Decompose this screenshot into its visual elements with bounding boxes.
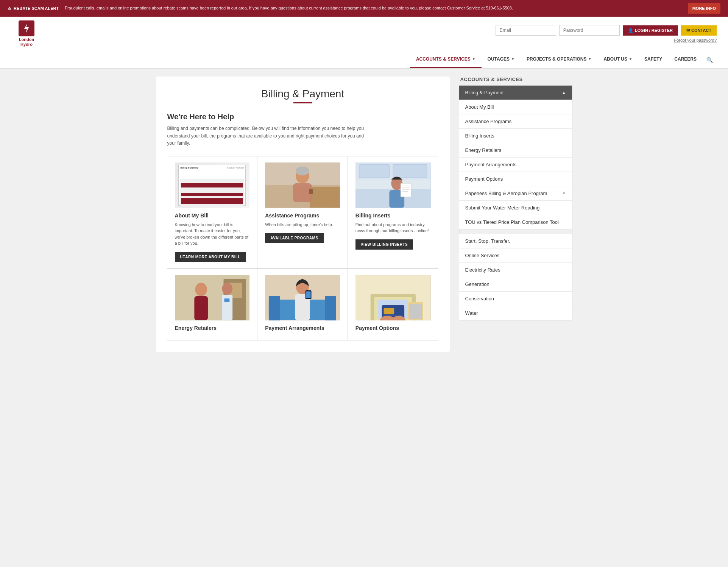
logo[interactable]: London Hydro [11, 20, 42, 47]
sidebar-menu: Billing & Payment ▲ About My Bill Assist… [459, 85, 572, 320]
sidebar-header: ACCOUNTS & SERVICES [459, 77, 572, 82]
sidebar-item-label: About My Bill [465, 104, 494, 110]
sidebar: ACCOUNTS & SERVICES Billing & Payment ▲ … [459, 77, 572, 352]
nav-careers[interactable]: CAREERS [668, 51, 703, 68]
sidebar-item-online-services[interactable]: Online Services [459, 248, 572, 263]
sidebar-item-start-stop-transfer[interactable]: Start. Stop. Transfer. [459, 234, 572, 248]
card-billing-inserts: Billing Inserts Find out about programs … [348, 156, 438, 269]
sidebar-item-label: Billing & Payment [465, 90, 504, 95]
login-area: 👤 LOGIN / REGISTER ✉ CONTACT Forgot your… [49, 25, 717, 42]
svg-rect-48 [409, 304, 422, 319]
learn-more-bill-button[interactable]: LEARN MORE ABOUT MY BILL [175, 252, 246, 262]
chevron-down-icon: ▼ [511, 57, 514, 61]
svg-rect-11 [359, 164, 389, 178]
card-image-payment-arr [265, 275, 340, 320]
sidebar-item-energy-retailers[interactable]: Energy Retailers [459, 143, 572, 158]
nav-projects-operations[interactable]: PROJECTS & OPERATIONS ▼ [521, 51, 597, 68]
more-info-button[interactable]: MORE INFO [688, 3, 720, 14]
svg-rect-29 [224, 298, 229, 302]
view-billing-inserts-button[interactable]: VIEW BILLING INSERTS [355, 239, 413, 250]
chevron-down-icon: ▼ [629, 57, 632, 61]
forgot-password-link[interactable]: Forgot your password? [674, 38, 717, 42]
sidebar-item-label: Energy Retailers [465, 147, 502, 153]
card-image-billing-inserts [355, 162, 431, 208]
card-title-payment-opt: Payment Options [355, 325, 431, 331]
card-title-payment-arr: Payment Arrangements [265, 325, 340, 331]
sidebar-item-label: Water [465, 310, 478, 316]
svg-point-27 [222, 283, 232, 295]
available-programs-button[interactable]: AVAILABLE PROGRAMS [265, 233, 323, 243]
cards-row-1: Billing Summary Account Number [167, 156, 438, 269]
sidebar-item-label: Submit Your Water Meter Reading [465, 205, 540, 211]
card-desc-bill: Knowing how to read your bill is importa… [175, 222, 250, 247]
sidebar-item-label: Online Services [465, 253, 500, 258]
svg-rect-7 [309, 189, 313, 194]
svg-rect-32 [269, 296, 280, 320]
card-image-energy [175, 275, 250, 320]
svg-point-25 [195, 283, 207, 296]
email-input[interactable] [496, 25, 556, 36]
nav-safety[interactable]: SAFETY [638, 51, 668, 68]
chevron-down-icon: ▼ [472, 57, 475, 61]
sidebar-item-label: Electricity Rates [465, 267, 500, 273]
sidebar-divider [459, 230, 572, 234]
chevron-up-icon: ▲ [562, 91, 566, 95]
nav-bar: ACCOUNTS & SERVICES ▼ OUTAGES ▼ PROJECTS… [0, 51, 728, 69]
login-button[interactable]: 👤 LOGIN / REGISTER [623, 25, 678, 36]
sidebar-item-generation[interactable]: Generation [459, 277, 572, 292]
nav-outages[interactable]: OUTAGES ▼ [482, 51, 521, 68]
sidebar-item-water[interactable]: Water [459, 306, 572, 320]
card-image-assistance [265, 162, 340, 208]
search-button[interactable]: 🔍 [703, 52, 717, 68]
svg-point-5 [296, 167, 309, 176]
chevron-down-icon: ▼ [562, 191, 566, 195]
sidebar-item-about-my-bill[interactable]: About My Bill [459, 100, 572, 114]
sidebar-item-label: Start. Stop. Transfer. [465, 238, 510, 244]
sidebar-item-payment-arrangements[interactable]: Payment Arrangements [459, 158, 572, 172]
svg-rect-6 [293, 183, 312, 202]
card-about-my-bill: Billing Summary Account Number [167, 156, 258, 269]
sidebar-item-submit-water-meter[interactable]: Submit Your Water Meter Reading [459, 201, 572, 215]
sidebar-item-label: Payment Arrangements [465, 162, 517, 167]
alert-label-text: REBATE SCAM ALERT [14, 6, 59, 11]
svg-marker-0 [24, 23, 29, 33]
title-underline [293, 102, 312, 103]
svg-rect-3 [310, 187, 340, 208]
alert-banner: ⚠ REBATE SCAM ALERT Fraudulent calls, em… [0, 0, 728, 17]
chevron-down-icon: ▼ [588, 57, 591, 61]
header-top-row: 👤 LOGIN / REGISTER ✉ CONTACT [496, 25, 717, 36]
sidebar-item-electricity-rates[interactable]: Electricity Rates [459, 263, 572, 277]
main-container: Billing & Payment We're Here to Help Bil… [148, 69, 580, 359]
card-assistance-programs: Assistance Programs When bills are pilin… [257, 156, 348, 269]
user-icon: 👤 [628, 28, 633, 33]
sidebar-item-tou-tiered[interactable]: TOU vs Tiered Price Plan Comparison Tool [459, 215, 572, 230]
svg-rect-15 [401, 183, 411, 197]
contact-button[interactable]: ✉ CONTACT [681, 25, 717, 36]
logo-text: London Hydro [19, 37, 34, 47]
svg-rect-33 [325, 296, 336, 320]
sidebar-item-label: Paperless Billing & Aeroplan Program [465, 191, 547, 196]
card-payment-arrangements: Payment Arrangements [257, 269, 348, 341]
envelope-icon: ✉ [686, 28, 690, 33]
sidebar-item-paperless-billing[interactable]: Paperless Billing & Aeroplan Program ▼ [459, 186, 572, 201]
password-input[interactable] [559, 25, 620, 36]
cards-row-2: Energy Retailers [167, 269, 438, 341]
page-title: Billing & Payment [167, 88, 438, 100]
nav-accounts-services[interactable]: ACCOUNTS & SERVICES ▼ [410, 51, 482, 68]
sidebar-item-billing-inserts[interactable]: Billing Inserts [459, 129, 572, 143]
nav-about-us[interactable]: ABOUT US ▼ [597, 51, 638, 68]
sidebar-item-payment-options[interactable]: Payment Options [459, 172, 572, 186]
alert-label: ⚠ REBATE SCAM ALERT [8, 6, 59, 11]
sidebar-item-label: Assistance Programs [465, 119, 512, 124]
card-image-bill: Billing Summary Account Number [175, 162, 250, 208]
sidebar-item-billing-payment[interactable]: Billing & Payment ▲ [459, 86, 572, 100]
sidebar-item-assistance-programs[interactable]: Assistance Programs [459, 114, 572, 129]
card-payment-options: Payment Options [348, 269, 438, 341]
card-title-energy: Energy Retailers [175, 325, 250, 331]
sidebar-item-conservation[interactable]: Conservation [459, 292, 572, 306]
content-area: Billing & Payment We're Here to Help Bil… [156, 77, 450, 352]
card-desc-assistance: When bills are piling up, there's help. [265, 222, 340, 228]
svg-rect-26 [194, 296, 208, 320]
svg-rect-12 [393, 164, 427, 178]
warning-icon: ⚠ [8, 6, 11, 11]
